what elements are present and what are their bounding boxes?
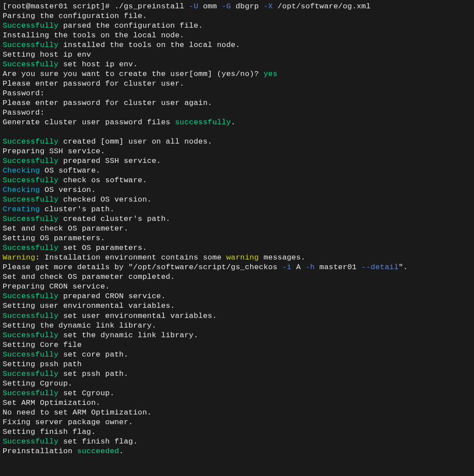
output-line: Warning: Installation environment contai…: [3, 253, 471, 263]
flag-g: -G: [222, 2, 231, 11]
output-line: Setting Core file: [3, 340, 471, 350]
output-line: Successfully set user environmental vari…: [3, 311, 471, 321]
output-line: Password:: [3, 108, 471, 118]
output-line: Creating cluster's path.: [3, 205, 471, 214]
output-line: Checking OS software.: [3, 166, 471, 176]
output-line: Successfully set core path.: [3, 350, 471, 360]
output-line: Setting finish flag.: [3, 427, 471, 437]
output-line: Successfully prepared SSH service.: [3, 156, 471, 166]
prompt-line: [root@master01 script]# ./gs_preinstall …: [3, 2, 471, 11]
output-line: Preparing CRON service.: [3, 282, 471, 292]
output-line: Setting user environmental variables.: [3, 301, 471, 311]
input-yes: yes: [263, 70, 277, 78]
output-line: Successfully set OS parameters.: [3, 243, 471, 253]
shell-prompt: [root@master01 script]#: [3, 2, 115, 11]
arg-g: dbgrp: [231, 2, 263, 11]
output-line: Successfully check os software.: [3, 176, 471, 185]
blank-line: [3, 127, 471, 137]
output-line: Setting the dynamic link library.: [3, 321, 471, 331]
output-line: Please enter password for cluster user a…: [3, 98, 471, 108]
output-line: No need to set ARM Optimization.: [3, 408, 471, 418]
flag-x: -X: [263, 2, 273, 11]
output-line: Setting pssh path: [3, 360, 471, 369]
output-line: Successfully created cluster's path.: [3, 214, 471, 224]
output-line: Successfully prepared CRON service.: [3, 292, 471, 301]
output-line: Are you sure you want to create the user…: [3, 69, 471, 79]
output-line: Please enter password for cluster user.: [3, 79, 471, 89]
terminal-output: [root@master01 script]# ./gs_preinstall …: [3, 2, 471, 456]
output-line: Successfully installed the tools on the …: [3, 40, 471, 50]
output-line: Successfully set host ip env.: [3, 60, 471, 69]
output-line: Preparing SSH service.: [3, 147, 471, 156]
output-line: Set ARM Optimization.: [3, 398, 471, 408]
output-line: Checking OS version.: [3, 185, 471, 195]
output-line: Setting host ip env: [3, 50, 471, 60]
output-line: Set and check OS parameter completed.: [3, 272, 471, 282]
arg-u: omm: [198, 2, 222, 11]
command: ./gs_preinstall: [115, 2, 189, 11]
output-line: Generate cluster user password files suc…: [3, 118, 471, 127]
output-line: Successfully checked OS version.: [3, 195, 471, 205]
output-line: Successfully set finish flag.: [3, 437, 471, 447]
flag-u: -U: [189, 2, 198, 11]
output-line: Setting OS parameters.: [3, 234, 471, 243]
output-line: Successfully set Cgroup.: [3, 389, 471, 398]
arg-x: /opt/software/og.xml: [273, 2, 371, 11]
output-line: Parsing the configuration file.: [3, 11, 471, 21]
output-line: Set and check OS parameter.: [3, 224, 471, 234]
output-line: Installing the tools on the local node.: [3, 31, 471, 40]
output-line: Password:: [3, 89, 471, 98]
output-line: Preinstallation succeeded.: [3, 447, 471, 456]
output-line: Fixing server package owner.: [3, 418, 471, 427]
output-line: Please get more details by "/opt/softwar…: [3, 263, 471, 272]
output-line: Successfully created [omm] user on all n…: [3, 137, 471, 147]
output-line: Successfully parsed the configuration fi…: [3, 21, 471, 31]
output-line: Successfully set pssh path.: [3, 369, 471, 379]
output-line: Successfully set the dynamic link librar…: [3, 331, 471, 340]
output-line: Setting Cgroup.: [3, 379, 471, 389]
